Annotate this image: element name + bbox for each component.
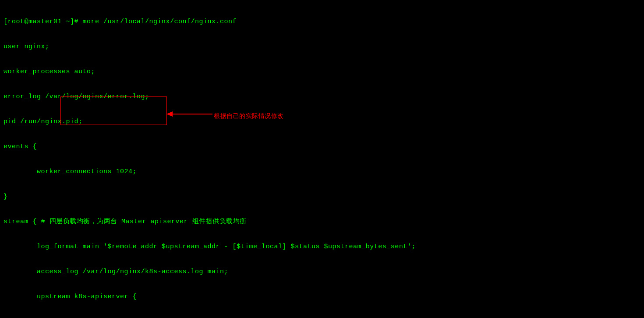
- config-line: worker_connections 1024;: [4, 168, 640, 176]
- config-line: stream { # 四层负载均衡，为两台 Master apiserver 组…: [4, 218, 640, 226]
- config-line: log_format main '$remote_addr $upstream_…: [4, 243, 640, 251]
- config-line: }: [4, 193, 640, 201]
- config-line: pid /run/nginx.pid;: [4, 118, 640, 126]
- config-line: access_log /var/log/nginx/k8s-access.log…: [4, 268, 640, 276]
- terminal-output: [root@master01 ~]# more /usr/local/nginx…: [4, 1, 640, 318]
- config-line: upstream k8s-apiserver {: [4, 293, 640, 301]
- config-line: error_log /var/log/nginx/error.log;: [4, 93, 640, 101]
- config-line: worker_processes auto;: [4, 68, 640, 76]
- config-line: user nginx;: [4, 43, 640, 51]
- config-line: events {: [4, 143, 640, 151]
- command-prompt-line: [root@master01 ~]# more /usr/local/nginx…: [4, 18, 640, 26]
